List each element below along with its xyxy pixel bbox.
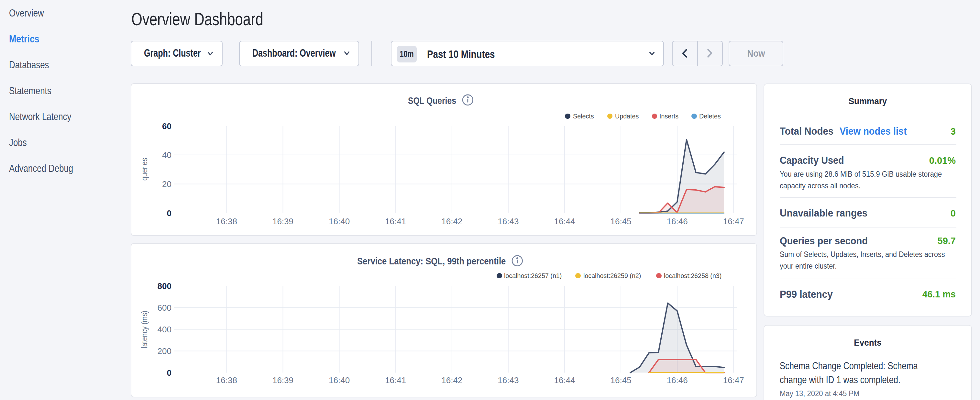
svg-text:0: 0 xyxy=(167,368,172,378)
svg-text:200: 200 xyxy=(158,346,172,356)
svg-text:20: 20 xyxy=(162,179,172,189)
svg-text:16:39: 16:39 xyxy=(272,375,293,385)
svg-text:16:42: 16:42 xyxy=(441,375,462,385)
svg-text:16:46: 16:46 xyxy=(667,375,688,385)
svg-text:16:38: 16:38 xyxy=(216,375,237,385)
svg-text:600: 600 xyxy=(158,303,172,312)
svg-text:16:41: 16:41 xyxy=(385,375,406,385)
svg-text:16:47: 16:47 xyxy=(723,375,744,385)
svg-text:16:45: 16:45 xyxy=(611,375,632,385)
svg-text:latency (ms): latency (ms) xyxy=(140,311,149,348)
svg-text:16:43: 16:43 xyxy=(498,375,519,385)
svg-text:400: 400 xyxy=(158,325,172,334)
svg-text:16:40: 16:40 xyxy=(329,375,350,385)
svg-text:16:44: 16:44 xyxy=(554,375,575,385)
